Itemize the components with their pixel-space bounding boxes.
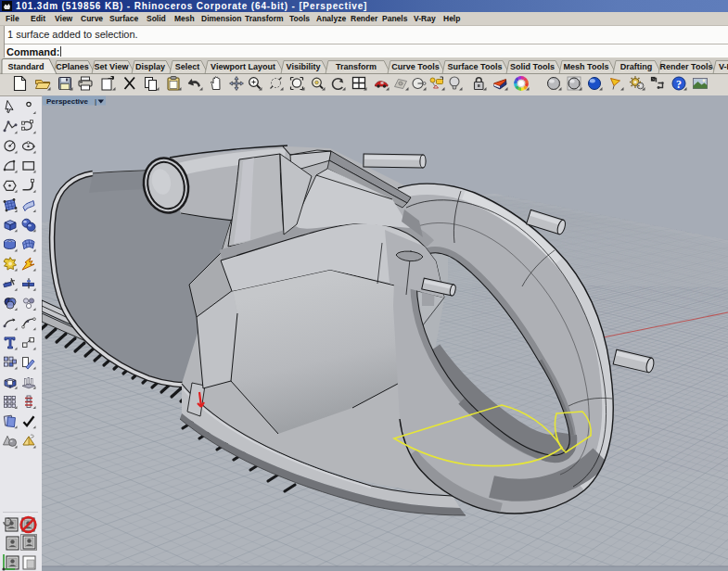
svg-text:Set View: Set View bbox=[95, 62, 130, 71]
svg-text:Render Tools: Render Tools bbox=[660, 62, 713, 71]
svg-text:Surface Tools: Surface Tools bbox=[448, 62, 503, 71]
svg-text:V-Ra: V-Ra bbox=[719, 62, 728, 71]
svg-text:Mesh Tools: Mesh Tools bbox=[564, 62, 609, 71]
svg-text:Select: Select bbox=[175, 62, 200, 71]
svg-text:Drafting: Drafting bbox=[620, 62, 653, 71]
svg-text:Curve Tools: Curve Tools bbox=[391, 62, 439, 71]
svg-text:Transform: Transform bbox=[336, 62, 377, 71]
svg-text:CPlanes: CPlanes bbox=[56, 62, 89, 71]
svg-text:Viewport Layout: Viewport Layout bbox=[211, 62, 275, 71]
svg-text:?: ? bbox=[676, 78, 682, 91]
svg-text:|: | bbox=[95, 97, 96, 106]
svg-text:Standard: Standard bbox=[7, 62, 44, 71]
svg-text:Solid Tools: Solid Tools bbox=[510, 62, 555, 71]
svg-text:Display: Display bbox=[135, 62, 165, 71]
svg-text:Perspective: Perspective bbox=[46, 97, 88, 106]
svg-text:Visibility: Visibility bbox=[287, 62, 321, 71]
